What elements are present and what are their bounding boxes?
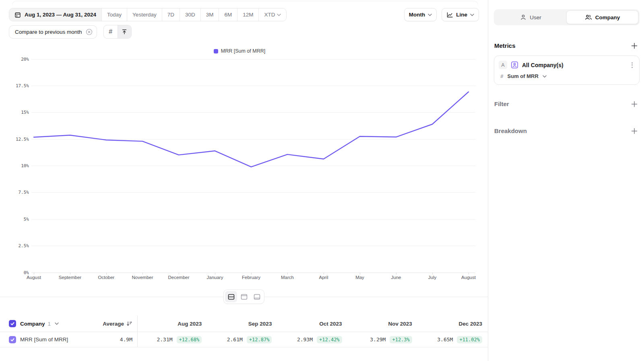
remove-compare-icon[interactable] xyxy=(86,29,93,35)
chart-controls: Month Line xyxy=(404,8,479,21)
calendar-icon xyxy=(14,12,21,18)
layout-chart-only-button[interactable] xyxy=(238,291,250,302)
metric-letter-badge: A xyxy=(499,61,507,69)
svg-text:February: February xyxy=(242,275,260,280)
grid-values-toggle[interactable]: # xyxy=(104,25,118,38)
chevron-down-icon xyxy=(543,75,547,78)
cumulative-toggle[interactable] xyxy=(118,25,131,38)
change-badge: +12.42% xyxy=(317,336,342,343)
value-display-toggle: # xyxy=(103,25,132,39)
hash-icon: # xyxy=(109,28,112,35)
layout-switcher xyxy=(223,289,264,304)
table-row[interactable]: MRR [Sum of MRR] 4.9M 2.31M+12.68% 2.61M… xyxy=(0,332,488,347)
add-metric-icon[interactable] xyxy=(631,43,638,49)
chevron-down-icon xyxy=(277,14,281,16)
toolbar-row2: Compare to previous month # xyxy=(9,25,479,39)
filter-title: Filter xyxy=(494,101,509,107)
granularity-dropdown[interactable]: Month xyxy=(404,8,437,21)
add-breakdown-icon[interactable] xyxy=(631,128,638,134)
svg-text:15%: 15% xyxy=(21,110,29,115)
svg-text:November: November xyxy=(132,275,153,280)
preset-today[interactable]: Today xyxy=(101,8,127,21)
preset-30d[interactable]: 30D xyxy=(180,8,200,21)
metric-name: All Company(s) xyxy=(522,62,626,68)
svg-text:7.5%: 7.5% xyxy=(19,190,29,195)
row-checkbox[interactable] xyxy=(9,336,16,343)
date-preset-group: Aug 1, 2023 — Aug 31, 2024 Today Yesterd… xyxy=(9,8,287,21)
tab-user[interactable]: User xyxy=(495,10,566,24)
date-range-label: Aug 1, 2023 — Aug 31, 2024 xyxy=(25,12,96,18)
group-count: 1 xyxy=(48,321,51,327)
svg-text:10%: 10% xyxy=(21,163,29,168)
svg-text:17.5%: 17.5% xyxy=(16,83,29,88)
metric-card[interactable]: A All Company(s) # Sum of MRR xyxy=(494,55,640,85)
svg-text:June: June xyxy=(391,275,401,280)
breakdown-table: Company 1 Average Aug 2023 Sep 2023 Oct … xyxy=(0,316,488,347)
arrow-up-to-line-icon xyxy=(121,29,128,35)
company-contact-icon xyxy=(511,61,518,69)
sort-descending-icon[interactable] xyxy=(126,321,132,326)
config-sidebar: User Company Metrics A All Company(s) xyxy=(488,0,644,361)
row-label: MRR [Sum of MRR] xyxy=(20,336,68,343)
svg-text:0%: 0% xyxy=(24,270,29,275)
entity-tabs: User Company xyxy=(494,9,640,25)
group-column-label: Company xyxy=(20,321,45,327)
select-all-checkbox[interactable] xyxy=(9,320,16,327)
svg-text:January: January xyxy=(207,275,223,280)
preset-6m[interactable]: 6M xyxy=(219,8,237,21)
preset-3m[interactable]: 3M xyxy=(200,8,219,21)
layout-split-button[interactable] xyxy=(225,291,237,302)
check-icon xyxy=(10,337,15,342)
svg-text:2.5%: 2.5% xyxy=(19,243,29,248)
cell-value: 2.31M xyxy=(157,336,172,343)
month-column-header: Dec 2023 xyxy=(418,316,488,332)
number-type-icon: # xyxy=(500,73,504,79)
preset-xtd-dropdown[interactable]: XTD xyxy=(258,8,286,21)
svg-text:August: August xyxy=(461,275,476,280)
top-bar-layout-icon xyxy=(241,294,248,300)
filter-section: Filter xyxy=(494,101,638,107)
month-column-header: Aug 2023 xyxy=(137,316,207,332)
add-filter-icon[interactable] xyxy=(631,101,638,107)
svg-text:5%: 5% xyxy=(24,217,29,222)
chevron-down-icon xyxy=(428,14,432,16)
month-column-header: Nov 2023 xyxy=(348,316,418,332)
date-range-button[interactable]: Aug 1, 2023 — Aug 31, 2024 xyxy=(9,8,101,21)
user-icon xyxy=(520,14,526,21)
svg-text:April: April xyxy=(319,275,328,280)
svg-text:12.5%: 12.5% xyxy=(16,137,29,142)
metric-aggregation-dropdown[interactable]: # Sum of MRR xyxy=(499,73,634,79)
chevron-down-icon xyxy=(470,14,474,16)
analytics-app: Aug 1, 2023 — Aug 31, 2024 Today Yesterd… xyxy=(0,0,644,361)
svg-text:March: March xyxy=(281,275,294,280)
split-layout-icon xyxy=(228,294,235,300)
compare-chip[interactable]: Compare to previous month xyxy=(9,25,97,39)
check-icon xyxy=(10,321,15,326)
cell-value: 2.61M xyxy=(227,336,243,343)
preset-12m[interactable]: 12M xyxy=(237,8,258,21)
layout-table-only-button[interactable] xyxy=(251,291,263,302)
preset-yesterday[interactable]: Yesterday xyxy=(127,8,162,21)
chart-type-dropdown[interactable]: Line xyxy=(442,8,479,21)
line-chart-icon xyxy=(446,12,453,18)
preset-7d[interactable]: 7D xyxy=(162,8,180,21)
tab-company[interactable]: Company xyxy=(566,10,638,24)
cell-value: 3.65M xyxy=(437,336,453,343)
bottom-bar-layout-icon xyxy=(254,294,260,300)
table-header-row: Company 1 Average Aug 2023 Sep 2023 Oct … xyxy=(0,316,488,332)
mrr-line-chart[interactable]: 0%2.5%5%7.5%10%12.5%15%17.5%20%AugustSep… xyxy=(0,47,488,285)
month-column-header: Oct 2023 xyxy=(277,316,347,332)
change-badge: +12.68% xyxy=(177,336,202,343)
toolbar: Aug 1, 2023 — Aug 31, 2024 Today Yesterd… xyxy=(9,8,479,21)
chevron-down-icon[interactable] xyxy=(55,322,59,325)
svg-text:December: December xyxy=(168,275,189,280)
cell-value: 3.29M xyxy=(370,336,386,343)
svg-text:July: July xyxy=(428,275,437,280)
metric-menu-icon[interactable] xyxy=(630,62,634,69)
change-badge: +11.02% xyxy=(457,336,482,343)
compare-chip-label: Compare to previous month xyxy=(15,29,82,35)
row-average: 4.9M xyxy=(120,336,132,343)
svg-text:September: September xyxy=(59,275,81,280)
change-badge: +12.3% xyxy=(390,336,412,343)
cell-value: 2.93M xyxy=(297,336,313,343)
